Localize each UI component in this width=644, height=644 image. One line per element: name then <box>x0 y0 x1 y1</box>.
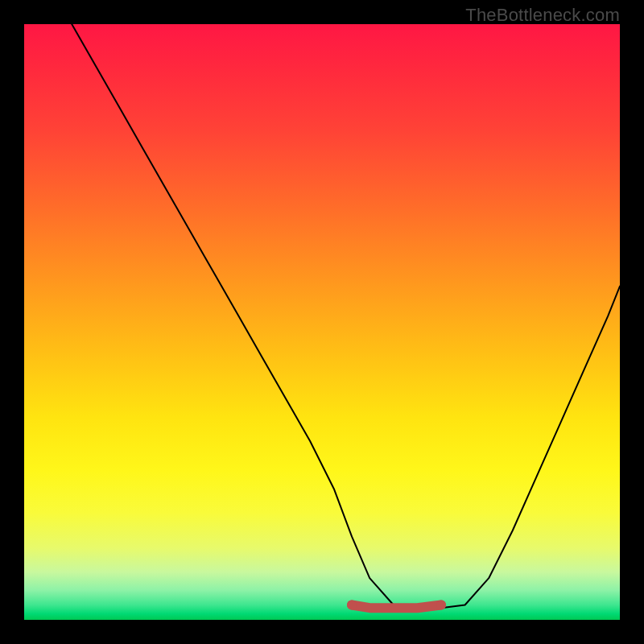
watermark-text: TheBottleneck.com <box>465 5 620 26</box>
chart-svg <box>24 24 620 620</box>
optimal-range-dot-left <box>347 601 357 610</box>
optimal-range-dot-right <box>436 601 446 610</box>
bottleneck-curve-line <box>72 24 620 608</box>
plot-area <box>24 24 620 620</box>
chart-container: TheBottleneck.com <box>0 0 644 644</box>
optimal-range-band <box>352 605 441 609</box>
